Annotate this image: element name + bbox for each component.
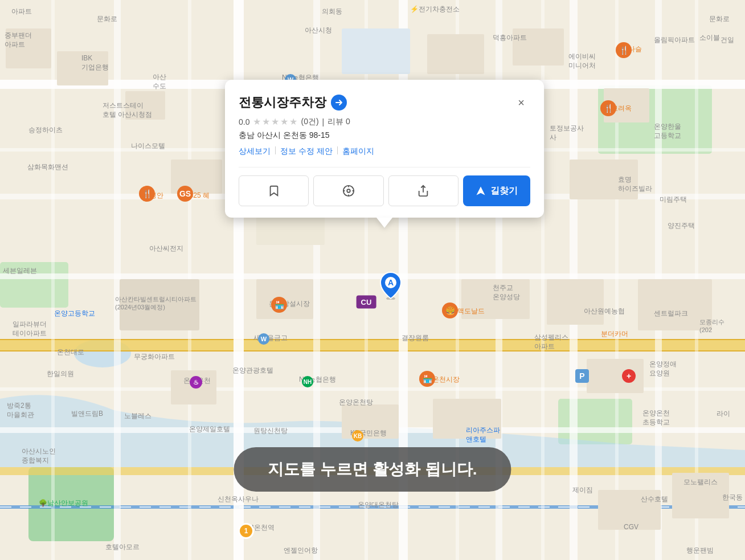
- share-icon: [417, 185, 429, 197]
- svg-rect-34: [125, 91, 165, 120]
- nav-btn-label: 길찾기: [490, 185, 518, 197]
- popup-rating: 0.0 ★ ★ ★ ★ ★ (0건) | 리뷰 0: [239, 116, 530, 127]
- svg-rect-53: [598, 490, 661, 530]
- link-homepage[interactable]: 홈페이지: [342, 146, 374, 157]
- bookmark-button[interactable]: [239, 175, 309, 206]
- rating-sep: |: [322, 117, 325, 126]
- popup-title-row: 전통시장주차장: [239, 94, 347, 111]
- svg-rect-43: [570, 160, 638, 199]
- nearby-search-button[interactable]: [313, 175, 383, 206]
- svg-rect-54: [672, 473, 729, 518]
- svg-rect-19: [114, 0, 121, 560]
- svg-rect-38: [513, 28, 564, 66]
- svg-rect-32: [6, 28, 51, 68]
- popup-card: 전통시장주차장 × 0.0 ★ ★ ★ ★ ★ (0건) | 리뷰 0 충남 아…: [225, 80, 544, 218]
- svg-rect-48: [638, 279, 712, 330]
- svg-rect-9: [0, 339, 745, 340]
- svg-rect-10: [0, 350, 745, 351]
- svg-rect-16: [0, 273, 745, 279]
- svg-rect-52: [587, 359, 644, 393]
- svg-rect-2: [28, 467, 114, 541]
- popup-header: 전통시장주차장 ×: [239, 93, 530, 112]
- svg-rect-40: [171, 160, 222, 194]
- navigate-button[interactable]: 길찾기: [463, 175, 530, 206]
- link-detail[interactable]: 상세보기: [239, 146, 271, 157]
- svg-rect-51: [433, 399, 501, 439]
- popup-actions: 길찾기: [239, 167, 530, 206]
- stars: ★ ★ ★ ★ ★: [253, 116, 297, 127]
- popup-links: 상세보기 정보 수정 제안 홈페이지: [239, 146, 530, 157]
- svg-rect-8: [0, 339, 745, 351]
- svg-rect-45: [256, 279, 313, 319]
- share-button[interactable]: [388, 175, 459, 206]
- link-suggest[interactable]: 정보 수정 제안: [280, 146, 333, 157]
- popup-title: 전통시장주차장: [239, 94, 326, 111]
- popup-close-button[interactable]: ×: [512, 93, 530, 112]
- svg-rect-37: [427, 34, 484, 74]
- svg-rect-33: [57, 51, 108, 85]
- svg-rect-47: [547, 279, 604, 325]
- review-label: 리뷰 0: [328, 117, 350, 127]
- svg-rect-1: [0, 262, 68, 308]
- svg-point-59: [347, 189, 350, 193]
- svg-marker-65: [476, 187, 485, 195]
- svg-rect-50: [342, 404, 399, 439]
- svg-rect-25: [51, 0, 55, 560]
- popup-address: 충남 아산시 온천동 98-15: [239, 130, 530, 141]
- svg-rect-39: [604, 88, 649, 122]
- svg-rect-36: [342, 28, 410, 74]
- map-activate-overlay[interactable]: 지도를 누르면 활성화 됩니다.: [234, 447, 511, 492]
- rating-count: (0건): [301, 117, 318, 127]
- svg-rect-49: [171, 370, 216, 404]
- popup-navigate-btn[interactable]: [331, 95, 347, 111]
- svg-rect-46: [461, 279, 530, 319]
- activate-text: 지도를 누르면 활성화 됩니다.: [268, 460, 477, 478]
- location-icon: [342, 185, 355, 197]
- navigate-icon: [476, 186, 486, 196]
- bookmark-icon: [268, 185, 280, 197]
- svg-rect-44: [120, 279, 199, 330]
- link-sep2: [337, 146, 338, 154]
- svg-rect-30: [615, 0, 619, 560]
- link-sep1: [275, 146, 276, 154]
- svg-rect-4: [558, 399, 632, 444]
- rating-value: 0.0: [239, 117, 249, 126]
